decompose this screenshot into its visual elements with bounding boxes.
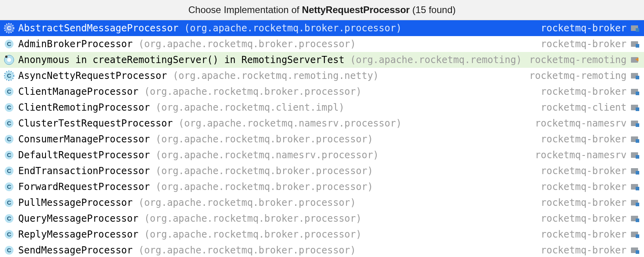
module-icon (630, 23, 640, 33)
class-name: ClientRemotingProcessor (18, 102, 150, 113)
svg-rect-23 (636, 92, 639, 95)
implementation-row[interactable]: CConsumerManageProcessor (org.apache.roc… (0, 131, 644, 147)
svg-text:C: C (7, 231, 11, 238)
svg-rect-55 (636, 219, 639, 222)
implementations-list[interactable]: CAbstractSendMessageProcessor (org.apach… (0, 20, 644, 257)
package-name: (org.apache.rocketmq.broker.processor) (156, 181, 373, 192)
module-name: rocketmq-broker (541, 213, 627, 224)
svg-rect-43 (636, 171, 639, 175)
implementation-row[interactable]: CClusterTestRequestProcessor (org.apache… (0, 115, 644, 131)
module-icon (630, 102, 640, 113)
package-name: (org.apache.rocketmq.broker.processor) (138, 38, 356, 50)
module-name: rocketmq-broker (541, 181, 627, 192)
implementation-row[interactable]: CReplyMessageProcessor (org.apache.rocke… (0, 226, 644, 242)
svg-rect-8 (636, 44, 639, 48)
class-icon: C (4, 150, 14, 160)
class-name: DefaultRequestProcessor (18, 150, 150, 161)
svg-rect-59 (636, 234, 639, 238)
package-name: (org.apache.rocketmq.broker.processor) (138, 197, 356, 208)
svg-text:C: C (7, 25, 11, 31)
implementation-row[interactable]: CSendMessageProcessor (org.apache.rocket… (0, 242, 644, 257)
package-name: (org.apache.rocketmq.broker.processor) (144, 229, 362, 240)
class-icon: C (4, 229, 14, 240)
module-name: rocketmq-remoting (529, 54, 627, 65)
class-icon: C (4, 213, 14, 224)
package-name: (org.apache.rocketmq.remoting) (350, 54, 522, 65)
class-name: ClientManageProcessor (18, 86, 138, 97)
class-name: AdminBrokerProcessor (18, 38, 133, 50)
choose-implementation-popup: public interface NettyRequestProcessor {… (0, 0, 644, 257)
module-icon (630, 245, 640, 255)
abstract-class-icon: C (4, 23, 14, 33)
test-module-icon (630, 55, 640, 65)
module-name: rocketmq-broker (541, 197, 627, 208)
popup-title: Choose Implementation of NettyRequestPro… (188, 4, 455, 15)
class-icon: C (4, 182, 14, 192)
implementation-row[interactable]: CAbstractSendMessageProcessor (org.apach… (0, 20, 644, 36)
module-icon (630, 39, 640, 49)
class-icon: C (4, 198, 14, 208)
class-icon: C (4, 102, 14, 113)
package-name: (org.apache.rocketmq.broker.processor) (184, 23, 402, 34)
abstract-class-icon: C (4, 71, 14, 81)
svg-rect-51 (636, 203, 639, 206)
implementation-row[interactable]: CAdminBrokerProcessor (org.apache.rocket… (0, 36, 644, 52)
module-icon (630, 86, 640, 97)
popup-title-prefix: Choose Implementation of (188, 4, 302, 15)
module-name: rocketmq-remoting (529, 70, 627, 81)
package-name: (org.apache.rocketmq.remoting.netty) (173, 70, 379, 81)
module-name: rocketmq-broker (541, 86, 627, 97)
implementation-row[interactable]: CClientRemotingProcessor (org.apache.roc… (0, 100, 644, 115)
implementation-row[interactable]: CForwardRequestProcessor (org.apache.roc… (0, 179, 644, 195)
package-name: (org.apache.rocketmq.broker.processor) (156, 134, 373, 145)
package-name: (org.apache.rocketmq.namesrv.processor) (179, 118, 402, 129)
svg-text:C: C (7, 167, 11, 174)
class-icon: C (4, 118, 14, 128)
class-name: ForwardRequestProcessor (18, 181, 150, 192)
svg-rect-31 (636, 123, 639, 127)
package-name: (org.apache.rocketmq.broker.processor) (144, 213, 362, 224)
module-icon (630, 150, 640, 160)
class-name: QueryMessageProcessor (18, 213, 138, 224)
implementation-row[interactable]: CDefaultRequestProcessor (org.apache.roc… (0, 147, 644, 163)
module-icon (630, 182, 640, 192)
svg-text:C: C (7, 88, 11, 95)
svg-rect-4 (636, 28, 639, 32)
class-name: Anonymous in createRemotingServer() in R… (18, 54, 345, 65)
class-name: AbstractSendMessageProcessor (18, 23, 179, 34)
popup-title-suffix: (15 found) (410, 4, 455, 15)
package-name: (org.apache.rocketmq.broker.processor) (138, 245, 356, 256)
package-name: (org.apache.rocketmq.namesrv.processor) (156, 150, 379, 161)
module-name: rocketmq-broker (541, 245, 627, 256)
module-icon (630, 166, 640, 176)
module-name: rocketmq-namesrv (535, 118, 627, 129)
implementation-row[interactable]: CClientManageProcessor (org.apache.rocke… (0, 84, 644, 100)
class-name: ReplyMessageProcessor (18, 229, 138, 240)
svg-point-12 (5, 56, 8, 58)
class-icon: C (4, 245, 14, 255)
module-name: rocketmq-broker (541, 165, 627, 176)
module-icon (630, 118, 640, 128)
implementation-row[interactable]: CPullMessageProcessor (org.apache.rocket… (0, 195, 644, 211)
svg-text:C: C (7, 72, 11, 79)
implementation-row[interactable]: CQueryMessageProcessor (org.apache.rocke… (0, 211, 644, 226)
anonymous-class-icon (4, 55, 14, 65)
class-name: AsyncNettyRequestProcessor (18, 70, 167, 81)
implementation-row[interactable]: Anonymous in createRemotingServer() in R… (0, 52, 644, 68)
class-icon: C (4, 166, 14, 176)
svg-text:C: C (7, 247, 11, 253)
module-icon (630, 229, 640, 240)
implementation-row[interactable]: CAsyncNettyRequestProcessor (org.apache.… (0, 68, 644, 84)
implementation-row[interactable]: CEndTransactionProcessor (org.apache.roc… (0, 163, 644, 179)
package-name: (org.apache.rocketmq.client.impl) (156, 102, 345, 113)
svg-rect-19 (636, 76, 639, 79)
class-icon: C (4, 86, 14, 97)
module-name: rocketmq-namesrv (535, 150, 627, 161)
module-name: rocketmq-broker (541, 23, 627, 34)
module-name: rocketmq-broker (541, 134, 627, 145)
module-icon (630, 71, 640, 81)
svg-text:C: C (7, 40, 11, 47)
class-name: SendMessageProcessor (18, 245, 133, 256)
svg-text:C: C (7, 215, 11, 222)
module-name: rocketmq-broker (541, 38, 627, 50)
